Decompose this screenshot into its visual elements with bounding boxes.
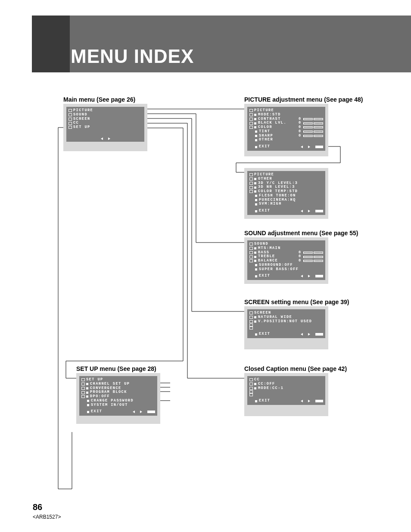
exit-label: EXIT <box>259 145 270 149</box>
menu-box-setup: SET UP CHANNEL SET UP CONVERGENCE PROGRA… <box>76 373 160 424</box>
cc-icon <box>68 122 72 125</box>
menu-box-cc: CC CC:OFF MODE:CC-1 EXIT <box>244 373 328 416</box>
sound-icon <box>68 113 72 116</box>
document-code: <ARB1527> <box>33 514 61 520</box>
label-picture-menu: PICTURE adjustment menu (See page 48) <box>244 96 363 103</box>
menu-box-picture-other: PICTURE OTHER 3D Y/C LEVEL:3 3D NR LEVEL… <box>244 168 328 219</box>
menu-item-label: SET UP <box>73 125 90 130</box>
label-setup-menu: SET UP menu (See page 28) <box>76 365 156 372</box>
label-main-menu: Main menu (See page 26) <box>63 96 135 103</box>
menu-item-label: SUPER BASS:OFF <box>259 268 299 272</box>
menu-box-main: PICTURE SOUND SCREEN CC SET UP <box>63 104 147 151</box>
cc-icon <box>249 378 253 381</box>
screen-icon <box>68 118 72 121</box>
menu-item-label: SVM:HIGH <box>259 202 282 206</box>
setup-icon <box>68 126 72 129</box>
exit-label: EXIT <box>259 399 270 403</box>
label-cc-menu: Closed Caption menu (See page 42) <box>244 365 347 372</box>
menu-box-picture: PICTURE MODE:STD CONTRAST0 BLACK LVL.0 C… <box>244 104 328 156</box>
flow-lines <box>0 0 411 532</box>
menu-box-screen: SCREEN NATURAL WIDE V.POSITION:NOT USED … <box>244 306 328 349</box>
picture-icon <box>249 173 253 176</box>
label-sound-menu: SOUND adjustment menu (See page 55) <box>244 230 358 236</box>
sound-icon <box>249 243 253 246</box>
menu-box-sound: SOUND MTS:MAIN BASS0 TREBLE0 BALANCE0 SU… <box>244 237 328 284</box>
screen-icon <box>249 311 253 314</box>
exit-label: EXIT <box>259 209 270 213</box>
page-number: 86 <box>33 502 42 512</box>
exit-label: EXIT <box>259 274 270 278</box>
exit-label: EXIT <box>259 332 270 336</box>
menu-item-label: MODE:CC-1 <box>258 386 283 391</box>
page-title: MENU INDEX <box>71 46 194 67</box>
menu-item-label: OTHER <box>259 138 273 142</box>
picture-icon <box>68 109 72 112</box>
picture-icon <box>249 109 253 112</box>
header-accent-dark <box>32 16 70 72</box>
page-header: MENU INDEX <box>32 16 411 72</box>
menu-item-label: SYSTEM IN/OUT <box>91 403 128 408</box>
menu-item-label: V.POSITION:NOT USED <box>258 320 312 324</box>
label-screen-menu: SCREEN setting menu (See page 39) <box>244 299 349 305</box>
setup-icon <box>81 378 85 381</box>
exit-label: EXIT <box>91 410 102 414</box>
